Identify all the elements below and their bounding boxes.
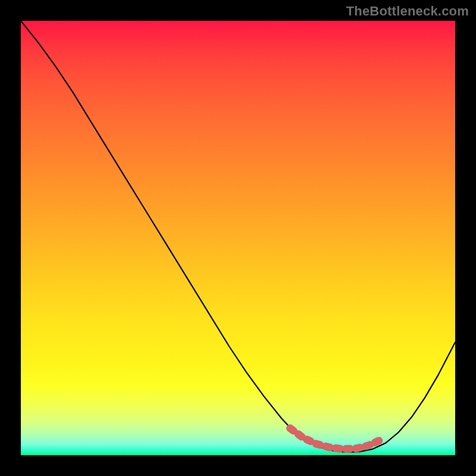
bottleneck-curve: [21, 21, 455, 452]
attribution-label: TheBottleneck.com: [346, 4, 469, 19]
chart-frame: TheBottleneck.com: [0, 0, 476, 476]
curve-svg: [21, 21, 455, 455]
optimal-range-marker: [290, 428, 381, 449]
plot-area: [21, 21, 455, 455]
